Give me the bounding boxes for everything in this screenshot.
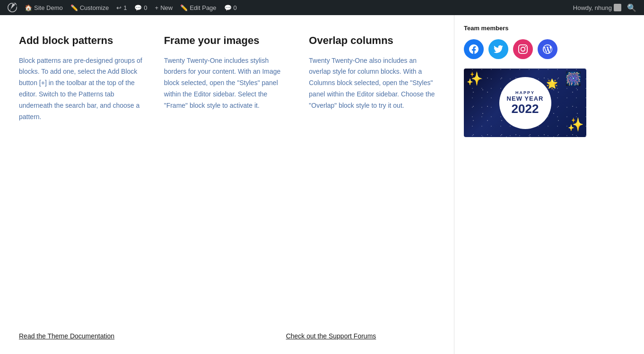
wp-logo-icon bbox=[8, 3, 17, 12]
columns-section: Add block patterns Block patterns are pr… bbox=[19, 34, 435, 122]
edit-icon: ✏️ bbox=[180, 4, 188, 11]
new-year-card: ✨ 🎆 ✨ 🌟 HAPPY NEW YEAR 2022 bbox=[464, 69, 586, 137]
col1-body: Block patterns are pre-designed groups o… bbox=[19, 55, 145, 123]
chat-item[interactable]: 💬 0 bbox=[220, 0, 241, 15]
team-members-section: Team members ✨ 🎆 ✨ bbox=[464, 25, 586, 137]
customize-item[interactable]: ✏️ Customize bbox=[67, 0, 113, 15]
sidebar: Team members ✨ 🎆 ✨ bbox=[454, 15, 596, 354]
firework-4: 🌟 bbox=[546, 78, 558, 89]
revisions-icon: ↩ bbox=[116, 4, 122, 11]
plus-icon: + bbox=[155, 4, 159, 11]
revisions-count: 1 bbox=[123, 4, 127, 11]
comments-count: 0 bbox=[144, 4, 147, 11]
new-label: New bbox=[160, 4, 173, 11]
firework-1: ✨ bbox=[466, 71, 483, 86]
new-item[interactable]: + New bbox=[151, 0, 177, 15]
wordpress-icon[interactable] bbox=[538, 39, 557, 59]
column-block-overlap: Overlap columns Twenty Twenty-One also i… bbox=[309, 34, 435, 122]
home-icon: 🏠 bbox=[25, 4, 32, 11]
col3-body: Twenty Twenty-One also includes an overl… bbox=[309, 55, 435, 112]
col2-body: Twenty Twenty-One includes stylish borde… bbox=[164, 55, 290, 112]
col3-title: Overlap columns bbox=[309, 34, 435, 48]
comments-item[interactable]: 💬 0 bbox=[131, 0, 151, 15]
new-year-text: NEW YEAR bbox=[507, 95, 544, 102]
team-members-title: Team members bbox=[464, 25, 586, 32]
wp-logo-item[interactable] bbox=[4, 0, 21, 15]
customize-icon: ✏️ bbox=[70, 4, 78, 11]
edit-page-label: Edit Page bbox=[190, 4, 216, 11]
page-footer: Read the Theme Documentation Check out t… bbox=[0, 332, 454, 340]
edit-page-item[interactable]: ✏️ Edit Page bbox=[176, 0, 220, 15]
social-icons bbox=[464, 39, 586, 59]
col1-title: Add block patterns bbox=[19, 34, 145, 48]
customize-label: Customize bbox=[80, 4, 109, 11]
howdy-text: Howdy, nhung bbox=[573, 4, 612, 11]
new-year-circle: HAPPY NEW YEAR 2022 bbox=[499, 77, 551, 129]
revisions-item[interactable]: ↩ 1 bbox=[113, 0, 131, 15]
main-content: Add block patterns Block patterns are pr… bbox=[0, 15, 454, 354]
chat-count: 0 bbox=[234, 4, 237, 11]
forums-link[interactable]: Check out the Support Forums bbox=[286, 332, 376, 340]
user-avatar[interactable] bbox=[614, 4, 621, 11]
column-block-images: Frame your images Twenty Twenty-One incl… bbox=[164, 34, 290, 122]
firework-3: ✨ bbox=[567, 117, 584, 132]
page-wrapper: Add block patterns Block patterns are pr… bbox=[0, 15, 644, 354]
chat-icon: 💬 bbox=[224, 4, 232, 11]
admin-bar: 🏠 Site Demo ✏️ Customize ↩ 1 💬 0 + New ✏… bbox=[0, 0, 644, 15]
docs-link[interactable]: Read the Theme Documentation bbox=[19, 332, 114, 340]
happy-text: HAPPY bbox=[515, 90, 535, 95]
firework-2: 🎆 bbox=[565, 71, 582, 86]
year-text: 2022 bbox=[512, 102, 539, 116]
adminbar-right: Howdy, nhung 🔍 bbox=[573, 3, 640, 12]
forums-link-container: Check out the Support Forums bbox=[227, 332, 435, 340]
twitter-icon[interactable] bbox=[488, 39, 508, 59]
comment-icon: 💬 bbox=[134, 4, 142, 11]
search-icon[interactable]: 🔍 bbox=[623, 3, 640, 12]
instagram-icon[interactable] bbox=[513, 39, 533, 59]
facebook-icon[interactable] bbox=[464, 39, 484, 59]
column-block-patterns: Add block patterns Block patterns are pr… bbox=[19, 34, 145, 122]
site-demo-item[interactable]: 🏠 Site Demo bbox=[21, 0, 67, 15]
docs-link-container: Read the Theme Documentation bbox=[19, 332, 227, 340]
site-demo-label: Site Demo bbox=[34, 4, 63, 11]
col2-title: Frame your images bbox=[164, 34, 290, 48]
